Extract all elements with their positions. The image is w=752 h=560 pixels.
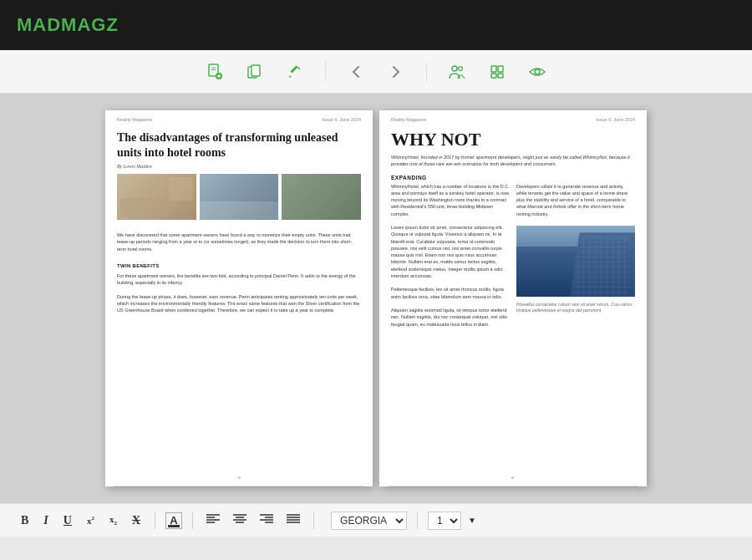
pages-button[interactable] [484,59,511,85]
left-page: Reality Magazine Issue 6, June 2024 The … [105,110,373,486]
hotel-exterior-image [282,174,361,220]
left-page-header: Reality Magazine Issue 6, June 2024 [105,110,373,125]
format-toolbar: B I U x2 x2 X A [0,503,752,537]
text-color-button[interactable]: A [165,512,182,529]
right-col2-body: Developers utilize it to generate revenu… [516,183,635,217]
building-image [516,226,635,297]
main-area: Reality Magazine Issue 6, June 2024 The … [0,94,752,503]
logo-text: MADMAG [17,14,106,35]
page-bottom-line [114,486,364,486]
expanding-title: EXPANDING [379,171,647,183]
color-underline [168,525,180,527]
left-body-text: We have discovered that some apartment o… [105,227,373,257]
arrow-left-button[interactable] [343,59,369,85]
twin-benefits-text: For these apartment owners, the benefits… [117,272,361,314]
align-right-icon [260,513,273,525]
right-big-title: WHY NOT [379,125,647,154]
article-byline: By Lewis Maiden [105,162,373,174]
header: MADMAGZ [0,0,752,50]
underline-button[interactable]: U [59,512,76,529]
article-title: The disadvantages of transforming unleas… [105,125,373,162]
underline-label: U [64,514,72,527]
preview-button[interactable] [524,59,551,85]
right-col2: Developers utilize it to generate revenu… [516,183,635,328]
duplicate-button[interactable] [241,59,268,85]
divider2 [426,62,427,82]
svg-rect-7 [252,65,260,76]
twin-benefits-title: TWIN BENEFITS [117,262,361,270]
left-page-number: ◄ [237,476,241,480]
fmt-divider4 [417,512,418,529]
right-col1: WhimnyHotel, which has a number of locat… [391,183,510,328]
logo: MADMAGZ [17,14,119,36]
subscript-button[interactable]: x2 [105,512,121,528]
svg-rect-14 [498,74,503,78]
right-page-header: Reality Magazine Issue 6, June 2024 [379,110,647,125]
strikethrough-button[interactable]: X [128,512,145,529]
right-page: Reality Magazine Issue 6, June 2024 WHY … [379,110,647,486]
bold-label: B [21,514,28,527]
svg-rect-13 [491,74,496,78]
people-button[interactable] [444,59,470,85]
svg-point-9 [452,66,457,71]
right-page-bottom-line [388,486,638,486]
svg-point-10 [459,66,463,70]
superscript-button[interactable]: x2 [83,513,99,527]
svg-rect-11 [491,66,496,72]
arrow-right-icon [388,64,404,80]
right-header-publication: Reality Magazine [391,117,426,122]
svg-point-15 [535,69,540,74]
right-subtitle: WhimnyHotel, founded in 2017 by former a… [379,154,647,171]
fmt-divider2 [192,512,193,529]
add-page-button[interactable] [201,59,228,85]
font-size-arrow[interactable]: ▼ [468,516,476,525]
right-two-col: WhimnyHotel, which has a number of locat… [379,183,647,328]
left-header-issue: Issue 6, June 2024 [323,117,361,122]
right-page-number: ► [511,476,516,480]
divider1 [325,62,326,82]
right-col1-body: WhimnyHotel, which has a number of locat… [391,183,510,328]
people-icon [448,64,466,80]
logo-accent: Z [106,14,118,35]
pages-icon [489,64,506,80]
arrow-left-icon [348,64,364,80]
toolbar [0,50,752,94]
italic-label: I [43,514,48,527]
twin-benefits-col: TWIN BENEFITS For these apartment owners… [117,262,361,314]
italic-button[interactable]: I [39,512,52,529]
font-selector[interactable]: GEORGIA [331,512,407,530]
preview-icon [528,64,546,80]
edit-icon [287,64,303,80]
svg-rect-12 [498,66,503,72]
align-left-icon [206,513,220,525]
edit-button[interactable] [282,59,308,85]
align-center-button[interactable] [230,512,250,529]
fmt-divider1 [155,512,155,529]
images-row [105,174,373,220]
align-justify-button[interactable] [283,512,303,529]
hotel-bed-image [200,174,279,220]
align-left-button[interactable] [203,512,223,529]
align-right-button[interactable] [257,512,277,529]
svg-rect-8 [290,65,297,73]
arrow-right-button[interactable] [383,59,409,85]
two-column-section: TWIN BENEFITS For these apartment owners… [105,262,373,314]
hotel-room-image [117,174,196,220]
right-header-issue: Issue 6, June 2024 [597,117,635,122]
building-caption: Phasellus consectetur rutrum sem sit ame… [516,302,635,313]
duplicate-icon [246,64,263,80]
align-justify-icon [287,513,300,525]
font-size-selector[interactable]: 14 [428,512,461,530]
align-center-icon [233,513,246,525]
add-page-icon [206,64,223,80]
left-header-publication: Reality Magazine [117,117,152,122]
fmt-divider3 [313,512,314,529]
bold-button[interactable]: B [17,512,33,529]
